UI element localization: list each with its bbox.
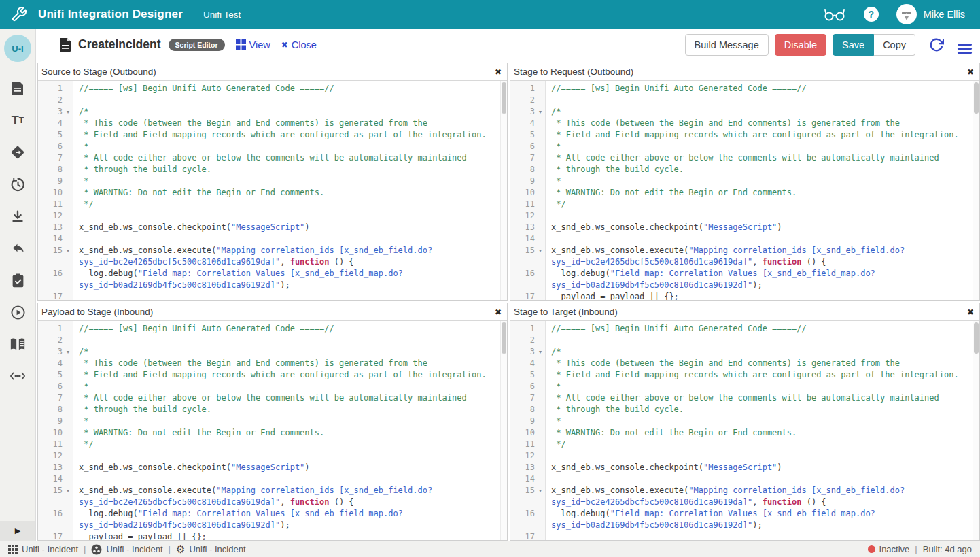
- code-lines[interactable]: 1//===== [ws] Begin Unifi Auto Generated…: [38, 81, 500, 300]
- code-text[interactable]: * This code (between the Begin and End c…: [73, 358, 500, 369]
- editor-scrollbar[interactable]: [973, 321, 979, 540]
- code-text[interactable]: log.debug("Field map: Correlation Values…: [73, 508, 500, 531]
- tasks-icon[interactable]: [10, 272, 26, 288]
- panel-close-icon[interactable]: ✖: [495, 67, 502, 77]
- code-text[interactable]: [546, 95, 973, 106]
- code-text[interactable]: [73, 335, 500, 346]
- docs-icon[interactable]: [10, 336, 26, 352]
- code-text[interactable]: * All code either above or below the com…: [546, 392, 973, 404]
- history-icon[interactable]: [10, 176, 26, 192]
- code-text[interactable]: *: [73, 381, 500, 392]
- code-text[interactable]: * All code either above or below the com…: [73, 152, 500, 164]
- code-text[interactable]: [546, 335, 973, 346]
- user-name[interactable]: Mike Ellis: [924, 9, 965, 20]
- code-text[interactable]: //===== [ws] Begin Unifi Auto Generated …: [73, 323, 500, 335]
- code-text[interactable]: *: [73, 175, 500, 187]
- code-text[interactable]: * WARNING: Do not edit the Begin or End …: [546, 187, 973, 199]
- scrollbar-thumb[interactable]: [502, 82, 506, 114]
- code-text[interactable]: x_snd_eb.ws_console.checkpoint("MessageS…: [546, 462, 973, 473]
- fold-toggle-icon[interactable]: ▾: [535, 485, 546, 508]
- code-text[interactable]: * WARNING: Do not edit the Begin or End …: [73, 187, 500, 199]
- code-text[interactable]: * Field and Field mapping records which …: [73, 369, 500, 381]
- run-icon[interactable]: [10, 304, 26, 320]
- directions-icon[interactable]: [10, 144, 26, 161]
- code-text[interactable]: [73, 450, 500, 462]
- copy-button[interactable]: Copy: [874, 34, 915, 56]
- code-text[interactable]: *: [546, 381, 973, 392]
- code-text[interactable]: log.debug("Field map: Correlation Values…: [73, 268, 500, 291]
- code-text[interactable]: /*: [546, 346, 973, 358]
- code-text[interactable]: [73, 233, 500, 245]
- code-text[interactable]: x_snd_eb.ws_console.execute("Mapping cor…: [73, 485, 500, 508]
- fold-toggle-icon[interactable]: ▾: [63, 106, 73, 118]
- code-text[interactable]: [546, 450, 973, 462]
- code-text[interactable]: //===== [ws] Begin Unifi Auto Generated …: [546, 83, 973, 95]
- code-text[interactable]: * This code (between the Begin and End c…: [73, 118, 500, 129]
- code-text[interactable]: *: [546, 175, 973, 187]
- code-text[interactable]: [73, 210, 500, 222]
- code-text[interactable]: * All code either above or below the com…: [73, 392, 500, 404]
- menu-icon[interactable]: [958, 41, 972, 48]
- code-editor[interactable]: 1//===== [ws] Begin Unifi Auto Generated…: [510, 321, 979, 540]
- fold-toggle-icon[interactable]: ▾: [535, 245, 546, 268]
- code-text[interactable]: [546, 531, 973, 540]
- statusbar-item[interactable]: Unifi - Incident: [91, 544, 162, 555]
- panel-close-icon[interactable]: ✖: [967, 307, 974, 317]
- save-button[interactable]: Save: [833, 34, 874, 56]
- code-text[interactable]: * WARNING: Do not edit the Begin or End …: [73, 427, 500, 439]
- code-text[interactable]: * WARNING: Do not edit the Begin or End …: [546, 427, 973, 439]
- code-text[interactable]: * This code (between the Begin and End c…: [546, 358, 973, 369]
- code-text[interactable]: [546, 233, 973, 245]
- fold-toggle-icon[interactable]: ▾: [535, 106, 546, 118]
- code-text[interactable]: payload = payload || {};: [546, 291, 973, 300]
- code-text[interactable]: * through the build cycle.: [546, 404, 973, 416]
- code-text[interactable]: */: [546, 199, 973, 210]
- wrench-icon[interactable]: [0, 6, 38, 22]
- code-text[interactable]: x_snd_eb.ws_console.checkpoint("MessageS…: [73, 222, 500, 233]
- script-icon[interactable]: [10, 80, 26, 97]
- code-text[interactable]: * Field and Field mapping records which …: [546, 369, 973, 381]
- code-lines[interactable]: 1//===== [ws] Begin Unifi Auto Generated…: [510, 321, 973, 540]
- preview-glasses-icon[interactable]: [823, 7, 846, 22]
- scrollbar-thumb[interactable]: [502, 322, 506, 354]
- code-text[interactable]: [546, 210, 973, 222]
- code-text[interactable]: x_snd_eb.ws_console.execute("Mapping cor…: [546, 245, 973, 268]
- undo-icon[interactable]: [10, 240, 26, 256]
- avatar[interactable]: [896, 4, 917, 24]
- code-text[interactable]: *: [73, 141, 500, 152]
- code-text[interactable]: /*: [546, 106, 973, 118]
- code-lines[interactable]: 1//===== [ws] Begin Unifi Auto Generated…: [38, 321, 500, 540]
- code-text[interactable]: * All code either above or below the com…: [546, 152, 973, 164]
- editor-scrollbar[interactable]: [973, 81, 979, 300]
- code-text[interactable]: */: [73, 199, 500, 210]
- code-text[interactable]: x_snd_eb.ws_console.checkpoint("MessageS…: [73, 462, 500, 473]
- code-text[interactable]: * Field and Field mapping records which …: [546, 129, 973, 141]
- code-text[interactable]: * through the build cycle.: [546, 164, 973, 175]
- fold-toggle-icon[interactable]: ▾: [63, 245, 73, 268]
- code-text[interactable]: [73, 473, 500, 485]
- scrollbar-thumb[interactable]: [974, 322, 979, 354]
- editor-scrollbar[interactable]: [500, 321, 507, 540]
- code-text[interactable]: log.debug("Field map: Correlation Values…: [546, 268, 973, 291]
- code-text[interactable]: * Field and Field mapping records which …: [73, 129, 500, 141]
- code-editor[interactable]: 1//===== [ws] Begin Unifi Auto Generated…: [38, 81, 507, 300]
- refresh-icon[interactable]: [929, 37, 944, 52]
- code-text[interactable]: [73, 95, 500, 106]
- code-text[interactable]: * through the build cycle.: [73, 404, 500, 416]
- help-icon[interactable]: ?: [864, 7, 879, 22]
- code-text[interactable]: x_snd_eb.ws_console.execute("Mapping cor…: [546, 485, 973, 508]
- fold-toggle-icon[interactable]: ▾: [535, 346, 546, 358]
- code-editor[interactable]: 1//===== [ws] Begin Unifi Auto Generated…: [38, 321, 507, 540]
- code-text[interactable]: */: [546, 439, 973, 450]
- code-text[interactable]: */: [73, 439, 500, 450]
- code-icon[interactable]: [10, 368, 26, 384]
- code-text[interactable]: //===== [ws] Begin Unifi Auto Generated …: [546, 323, 973, 335]
- fold-toggle-icon[interactable]: ▾: [63, 485, 73, 508]
- code-text[interactable]: * through the build cycle.: [73, 164, 500, 175]
- code-editor[interactable]: 1//===== [ws] Begin Unifi Auto Generated…: [510, 81, 979, 300]
- code-text[interactable]: //===== [ws] Begin Unifi Auto Generated …: [73, 83, 500, 95]
- close-button[interactable]: ✖ Close: [281, 39, 317, 50]
- code-text[interactable]: /*: [73, 346, 500, 358]
- fold-toggle-icon[interactable]: ▾: [63, 346, 73, 358]
- disable-button[interactable]: Disable: [775, 34, 826, 56]
